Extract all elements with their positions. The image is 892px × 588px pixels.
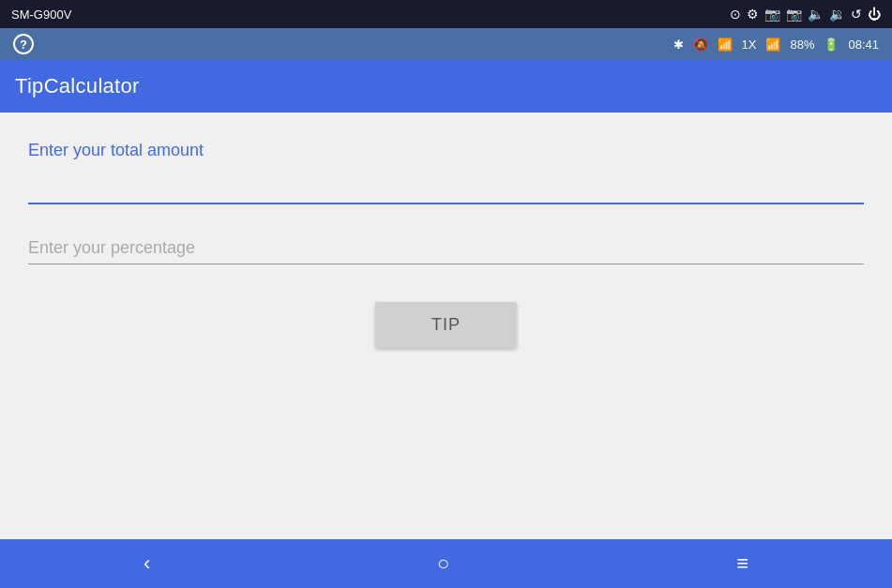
bottom-nav: ‹ ○ ≡ <box>0 539 892 588</box>
amount-label: Enter your total amount <box>28 141 864 160</box>
volume-icon: 🔈 <box>808 7 824 22</box>
percentage-input[interactable] <box>28 233 864 264</box>
wifi-icon: 📶 <box>718 38 733 52</box>
back-icon: ‹ <box>144 551 150 576</box>
bluetooth-icon: ✱ <box>673 38 684 52</box>
back-button[interactable]: ‹ <box>115 542 178 585</box>
camera-icon: 📷 <box>786 7 802 22</box>
device-name: SM-G900V <box>11 8 71 22</box>
menu-button[interactable]: ≡ <box>708 542 777 585</box>
help-icon: ? <box>13 34 34 54</box>
amount-input-group: Enter your total amount <box>28 141 864 204</box>
home-icon: ○ <box>437 551 449 576</box>
status-bar: SM-G900V ⊙ ⚙ 📷 📷 🔈 🔉 ↺ ⏻ <box>0 0 892 28</box>
network-1x-icon: 1X <box>742 38 757 52</box>
status-icons: ⊙ ⚙ 📷 📷 🔈 🔉 ↺ ⏻ <box>730 7 881 22</box>
menu-icon: ≡ <box>736 551 748 576</box>
main-content: Enter your total amount TIP <box>0 113 892 539</box>
notif-right: ✱ 🔕 📶 1X 📶 88% 🔋 08:41 <box>673 38 879 52</box>
video-icon: 📷 <box>764 7 780 22</box>
amount-input[interactable] <box>28 172 864 204</box>
signal-icon: 📶 <box>765 38 780 52</box>
tip-button[interactable]: TIP <box>375 302 517 348</box>
settings-icon: ⚙ <box>747 7 759 22</box>
notification-bar: ? ✱ 🔕 📶 1X 📶 88% 🔋 08:41 <box>0 28 892 60</box>
percentage-input-group <box>28 233 864 264</box>
app-bar: TipCalculator <box>0 60 892 113</box>
home-button[interactable]: ○ <box>409 542 477 585</box>
time-display: 08:41 <box>848 38 879 52</box>
refresh-icon: ↺ <box>851 7 862 22</box>
battery-percent: 88% <box>790 38 814 52</box>
mute-icon: 🔕 <box>693 38 708 52</box>
app-title: TipCalculator <box>15 74 140 98</box>
power-icon: ⏻ <box>868 7 881 22</box>
battery-icon: 🔋 <box>824 38 839 52</box>
sound-icon: 🔉 <box>829 7 845 22</box>
notif-left: ? <box>13 34 34 54</box>
cast-icon: ⊙ <box>730 7 741 22</box>
tip-button-container: TIP <box>28 302 864 348</box>
